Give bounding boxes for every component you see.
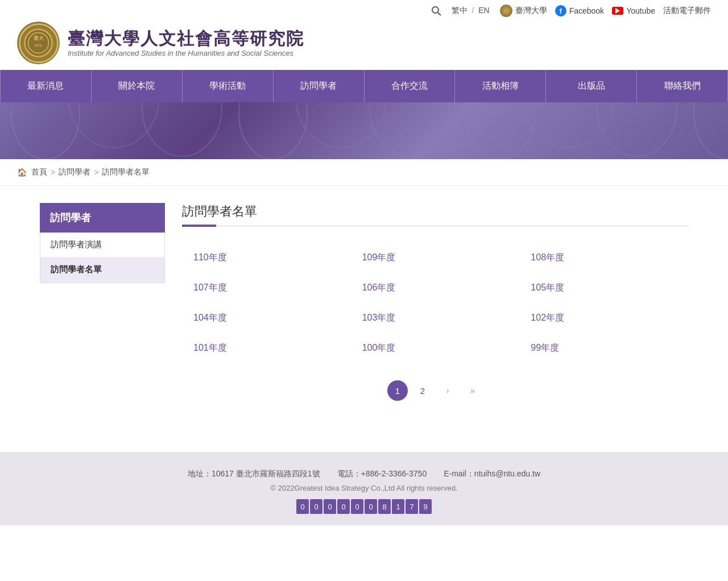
year-link-108年度[interactable]: 108年度 bbox=[531, 252, 564, 262]
sidebar-menu: 訪問學者演講 訪問學者名單 bbox=[40, 233, 165, 283]
top-bar-right: 繁中 / EN 臺灣大學 f Facebook Youtube 活動電子郵件 bbox=[431, 5, 711, 17]
lang-en[interactable]: EN bbox=[478, 6, 489, 15]
svg-text:NTU: NTU bbox=[34, 43, 42, 48]
year-cell: 103年度 bbox=[351, 303, 520, 333]
counter-digit-2: 0 bbox=[324, 499, 336, 514]
counter-digit-9: 9 bbox=[419, 499, 432, 514]
nav-item-2[interactable]: 學術活動 bbox=[183, 70, 273, 102]
year-cell: 109年度 bbox=[351, 243, 520, 273]
year-cell: 106年度 bbox=[351, 273, 520, 303]
logo-inner: 臺大 NTU bbox=[19, 23, 59, 63]
counter-digit-5: 0 bbox=[365, 499, 377, 514]
page-last-button[interactable]: » bbox=[462, 380, 483, 401]
nav-item-7[interactable]: 聯絡我們 bbox=[637, 70, 727, 102]
footer: 地址：10617 臺北市羅斯福路四段1號 電話：+886-2-3366-3750… bbox=[0, 452, 728, 525]
year-link-106年度[interactable]: 106年度 bbox=[362, 283, 396, 292]
content-area: 訪問學者名單 110年度109年度108年度107年度106年度105年度104… bbox=[182, 203, 688, 401]
year-cell: 108年度 bbox=[519, 243, 688, 273]
svg-text:臺大: 臺大 bbox=[34, 35, 44, 41]
content-title: 訪問學者名單 bbox=[182, 203, 688, 220]
page-1-button[interactable]: 1 bbox=[387, 380, 408, 401]
nav-item-1[interactable]: 關於本院 bbox=[92, 70, 182, 102]
facebook-link[interactable]: f Facebook bbox=[555, 5, 604, 16]
year-link-109年度[interactable]: 109年度 bbox=[362, 252, 396, 262]
ntu-label: 臺灣大學 bbox=[515, 6, 547, 16]
nav-item-5[interactable]: 活動相簿 bbox=[455, 70, 545, 102]
main-content: 訪問學者 訪問學者演講 訪問學者名單 訪問學者名單 110年度109年度108年… bbox=[23, 186, 705, 429]
visit-counter: 0000008179 bbox=[17, 499, 711, 514]
breadcrumb-level2: 訪問學者名單 bbox=[102, 167, 150, 177]
year-link-101年度[interactable]: 101年度 bbox=[193, 343, 227, 352]
nav-item-0[interactable]: 最新消息 bbox=[1, 70, 91, 102]
year-link-100年度[interactable]: 100年度 bbox=[362, 343, 396, 352]
counter-digit-4: 0 bbox=[351, 499, 363, 514]
counter-digit-7: 1 bbox=[392, 499, 404, 514]
footer-email: E-mail：ntuihs@ntu.edu.tw bbox=[444, 469, 540, 479]
site-subtitle: Institute for Advanced Studies in the Hu… bbox=[68, 49, 304, 57]
title-underline-purple bbox=[182, 225, 216, 227]
site-header: 臺大 NTU 臺灣大學人文社會高等研究院 Institute for Advan… bbox=[0, 22, 728, 70]
year-link-105年度[interactable]: 105年度 bbox=[531, 283, 564, 292]
year-cell: 110年度 bbox=[182, 243, 351, 273]
year-cell: 99年度 bbox=[519, 333, 688, 363]
breadcrumb-sep2: > bbox=[94, 168, 98, 177]
title-underline-line bbox=[216, 226, 688, 226]
site-title: 臺灣大學人文社會高等研究院 bbox=[68, 29, 304, 48]
logo-text: 臺灣大學人文社會高等研究院 Institute for Advanced Stu… bbox=[68, 29, 304, 57]
breadcrumb-level1[interactable]: 訪問學者 bbox=[59, 167, 90, 177]
sidebar-item-lectures[interactable]: 訪問學者演講 bbox=[40, 233, 164, 258]
youtube-link[interactable]: Youtube bbox=[612, 6, 655, 15]
counter-digit-6: 8 bbox=[378, 499, 391, 514]
year-cell: 102年度 bbox=[519, 303, 688, 333]
breadcrumb-sep1: > bbox=[51, 168, 55, 177]
logo-image: 臺大 NTU bbox=[17, 22, 60, 64]
lang-zh[interactable]: 繁中 bbox=[452, 6, 468, 15]
counter-digit-3: 0 bbox=[337, 499, 350, 514]
sidebar-item-list[interactable]: 訪問學者名單 bbox=[40, 258, 164, 283]
counter-digit-1: 0 bbox=[310, 499, 322, 514]
year-cell: 104年度 bbox=[182, 303, 351, 333]
counter-digit-8: 7 bbox=[406, 499, 418, 514]
year-cell: 107年度 bbox=[182, 273, 351, 303]
year-link-104年度[interactable]: 104年度 bbox=[193, 313, 227, 322]
year-link-107年度[interactable]: 107年度 bbox=[193, 283, 227, 292]
search-button[interactable] bbox=[431, 6, 441, 16]
youtube-icon bbox=[612, 7, 623, 15]
year-cell: 105年度 bbox=[519, 273, 688, 303]
year-cell: 101年度 bbox=[182, 333, 351, 363]
youtube-label: Youtube bbox=[626, 6, 655, 15]
nav-item-6[interactable]: 出版品 bbox=[546, 70, 636, 102]
social-links: 臺灣大學 f Facebook Youtube 活動電子郵件 bbox=[500, 5, 711, 17]
year-link-110年度[interactable]: 110年度 bbox=[193, 252, 227, 262]
ntu-link[interactable]: 臺灣大學 bbox=[500, 5, 547, 17]
email-link[interactable]: 活動電子郵件 bbox=[663, 6, 711, 16]
breadcrumb: 🏠 首頁 > 訪問學者 > 訪問學者名單 bbox=[0, 159, 728, 186]
svg-line-1 bbox=[438, 13, 441, 15]
breadcrumb-home[interactable]: 首頁 bbox=[31, 167, 47, 177]
facebook-label: Facebook bbox=[569, 6, 604, 15]
year-link-103年度[interactable]: 103年度 bbox=[362, 313, 396, 322]
footer-copyright: © 2022Greatest Idea Strategy Co.,Ltd All… bbox=[17, 484, 711, 492]
facebook-icon: f bbox=[555, 5, 566, 16]
language-switcher[interactable]: 繁中 / EN bbox=[452, 6, 490, 16]
year-cell: 100年度 bbox=[351, 333, 520, 363]
year-link-102年度[interactable]: 102年度 bbox=[531, 313, 564, 322]
nav-item-3[interactable]: 訪問學者 bbox=[274, 70, 364, 102]
page-next-button[interactable]: › bbox=[437, 380, 458, 401]
home-icon: 🏠 bbox=[17, 168, 27, 177]
counter-digit-0: 0 bbox=[296, 499, 309, 514]
top-bar: 繁中 / EN 臺灣大學 f Facebook Youtube 活動電子郵件 bbox=[0, 0, 728, 22]
hero-banner bbox=[0, 102, 728, 159]
logo-wrap: 臺大 NTU 臺灣大學人文社會高等研究院 Institute for Advan… bbox=[17, 22, 304, 64]
pagination: 1 2 › » bbox=[182, 380, 688, 401]
footer-address: 地址：10617 臺北市羅斯福路四段1號 bbox=[188, 469, 320, 479]
lang-sep: / bbox=[471, 6, 474, 15]
page-2-button[interactable]: 2 bbox=[412, 380, 433, 401]
sidebar-title: 訪問學者 bbox=[40, 203, 165, 233]
year-link-99年度[interactable]: 99年度 bbox=[531, 343, 559, 352]
email-label: 活動電子郵件 bbox=[663, 6, 711, 16]
nav-item-4[interactable]: 合作交流 bbox=[365, 70, 455, 102]
footer-info: 地址：10617 臺北市羅斯福路四段1號 電話：+886-2-3366-3750… bbox=[17, 469, 711, 479]
ntu-logo-icon bbox=[500, 5, 512, 17]
footer-phone: 電話：+886-2-3366-3750 bbox=[337, 469, 427, 479]
